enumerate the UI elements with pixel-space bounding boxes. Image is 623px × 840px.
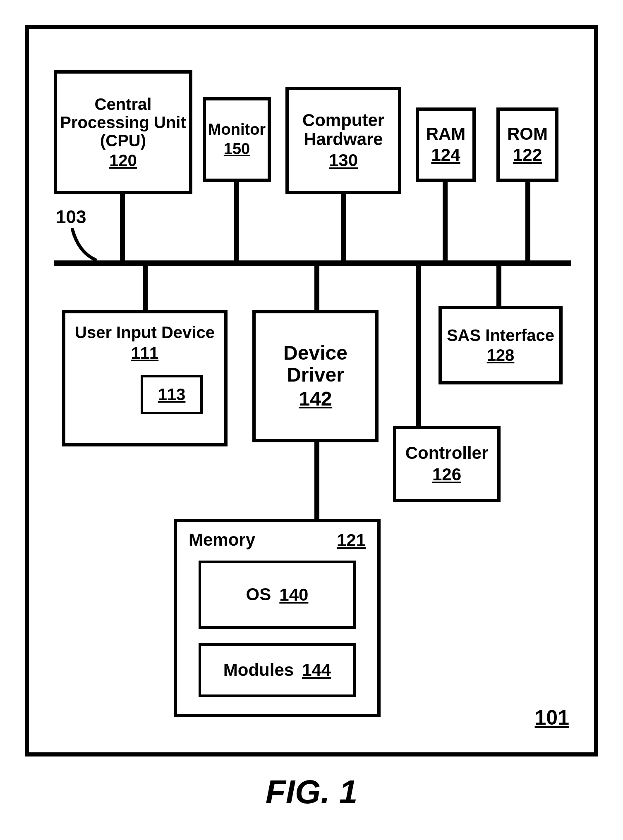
- driver-drop: [314, 260, 319, 310]
- bus-line: [54, 260, 571, 266]
- os-label: OS: [246, 585, 271, 604]
- monitor-block: Monitor 150: [203, 97, 271, 182]
- memory-label: Memory: [189, 530, 255, 550]
- uid-drop: [143, 260, 148, 310]
- sas-ref: 128: [487, 346, 515, 365]
- diagram-page: Central Processing Unit (CPU) 120 Monito…: [0, 0, 623, 840]
- hardware-block: Computer Hardware 130: [285, 87, 401, 194]
- ram-drop: [443, 182, 448, 265]
- hardware-label: Computer Hardware: [302, 111, 384, 149]
- hardware-drop: [341, 194, 346, 265]
- memory-drop: [314, 442, 319, 519]
- rom-block: ROM 122: [496, 107, 558, 182]
- rom-label: ROM: [507, 124, 548, 143]
- monitor-drop: [234, 182, 239, 265]
- controller-ref: 126: [432, 465, 461, 484]
- system-ref-label: 101: [535, 706, 569, 730]
- controller-block: Controller 126: [393, 426, 501, 502]
- hardware-ref: 130: [329, 150, 358, 170]
- cpu-drop: [120, 194, 125, 265]
- memory-ref: 121: [337, 530, 366, 550]
- cpu-label: Central Processing Unit (CPU): [60, 95, 186, 150]
- figure-caption: FIG. 1: [0, 773, 623, 811]
- controller-label: Controller: [405, 444, 489, 463]
- ram-block: RAM 124: [416, 107, 476, 182]
- uid-block: User Input Device 111 113: [62, 310, 228, 446]
- uid-inner-block: 113: [141, 375, 203, 414]
- driver-block: Device Driver 142: [252, 310, 379, 442]
- leader-curve-icon: [70, 227, 103, 260]
- rom-ref: 122: [513, 145, 542, 165]
- os-block: OS 140: [199, 561, 356, 629]
- ram-label: RAM: [426, 124, 466, 143]
- monitor-label: Monitor: [208, 121, 266, 138]
- sas-label: SAS Interface: [447, 326, 554, 344]
- uid-inner-ref: 113: [158, 385, 186, 404]
- system-frame: Central Processing Unit (CPU) 120 Monito…: [25, 25, 598, 756]
- bus-ref-label: 103: [56, 207, 86, 227]
- sas-drop: [496, 260, 501, 306]
- bus-ref-leader: [70, 227, 103, 260]
- uid-label: User Input Device: [75, 323, 215, 341]
- sas-block: SAS Interface 128: [438, 306, 563, 384]
- memory-block: Memory 121 OS 140 Modules 144: [174, 519, 381, 717]
- ram-ref: 124: [431, 145, 460, 165]
- modules-block: Modules 144: [199, 643, 356, 697]
- cpu-block: Central Processing Unit (CPU) 120: [54, 70, 192, 194]
- cpu-ref: 120: [109, 151, 137, 170]
- os-ref: 140: [279, 585, 308, 605]
- driver-ref: 142: [299, 387, 332, 410]
- controller-drop: [416, 260, 421, 426]
- uid-ref: 111: [131, 344, 159, 363]
- modules-label: Modules: [223, 661, 294, 680]
- modules-ref: 144: [302, 660, 331, 680]
- monitor-ref: 150: [224, 140, 250, 158]
- rom-drop: [525, 182, 530, 265]
- driver-label: Device Driver: [283, 342, 347, 386]
